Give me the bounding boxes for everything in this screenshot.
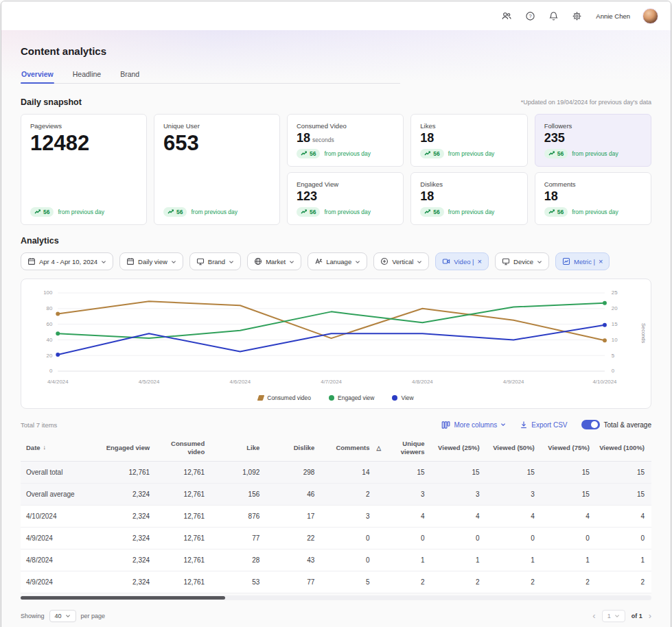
filter-chip-lanuage[interactable]: Lanuage: [308, 252, 367, 270]
data-cell: 15: [376, 461, 431, 483]
card-consumed-video: Consumed Video 18seconds 56from previous…: [287, 114, 404, 167]
close-icon[interactable]: ×: [478, 258, 482, 265]
tab-overview[interactable]: Overview: [21, 67, 54, 83]
trend-up-icon: [548, 209, 555, 215]
column-header-unique-viewers[interactable]: △Unique viewers: [376, 435, 431, 461]
column-header-date[interactable]: Date↓: [21, 435, 102, 461]
svg-text:4/5/2024: 4/5/2024: [139, 379, 160, 385]
data-cell: 46: [266, 483, 321, 505]
total-average-toggle[interactable]: [581, 420, 600, 429]
column-header-engaged-view[interactable]: Engaged view: [102, 435, 157, 461]
legend-label: Consumed video: [267, 394, 311, 401]
calendar-icon: [126, 257, 135, 265]
data-cell: 2,324: [102, 527, 157, 549]
close-icon[interactable]: ×: [599, 258, 603, 265]
column-header-viewed-25[interactable]: Viewed (25%): [432, 435, 487, 461]
page-title: Content analytics: [21, 45, 651, 57]
filter-chip-video[interactable]: Video |×: [435, 252, 489, 270]
legend-item-view[interactable]: View: [392, 394, 413, 401]
filter-label: Lanuage: [326, 258, 351, 265]
column-header-viewed-50[interactable]: Viewed (50%): [487, 435, 542, 461]
data-cell: 15: [487, 461, 542, 483]
data-cell: 2: [432, 571, 487, 593]
filter-chip-brand[interactable]: Brand: [189, 252, 241, 270]
legend-marker: [392, 395, 397, 401]
user-name[interactable]: Annie Chen: [596, 12, 630, 20]
chevron-down-icon: [65, 614, 71, 618]
legend-marker: [257, 395, 265, 401]
data-cell: 12,761: [157, 549, 211, 571]
table-row: Overall total12,76112,7611,0922981415151…: [21, 461, 651, 483]
gear-icon[interactable]: [571, 10, 582, 21]
row-label-cell: 4/9/2024: [21, 571, 102, 593]
card-label: Likes: [420, 122, 518, 130]
table-row: 4/9/20242,32412,7617722000000: [21, 527, 651, 549]
people-icon[interactable]: [501, 10, 512, 21]
filter-label: Device: [513, 258, 533, 265]
card-label: Pageviews: [30, 122, 137, 130]
tab-headline[interactable]: Headline: [72, 67, 102, 83]
column-header-comments[interactable]: Comments: [321, 435, 376, 461]
filter-chip-device[interactable]: Device: [495, 252, 549, 270]
prev-page-icon[interactable]: ‹: [592, 611, 595, 620]
data-cell: 1: [376, 549, 431, 571]
filter-chip-market[interactable]: Market: [247, 252, 301, 270]
data-cell: 2,324: [102, 483, 157, 505]
trend-badge: 56: [420, 207, 443, 217]
trend-badge: 56: [163, 207, 187, 217]
bell-icon[interactable]: [548, 10, 559, 21]
per-page-select[interactable]: 40: [49, 610, 76, 622]
filter-chip-metric[interactable]: Metric |×: [555, 252, 610, 270]
data-cell: 12,761: [102, 461, 157, 483]
chevron-down-icon: [289, 258, 294, 265]
table-row: Overall average2,32412,7611564623331515: [21, 483, 651, 505]
legend-item-engaged-view[interactable]: Engaged view: [329, 394, 374, 401]
card-value: 653: [163, 132, 270, 155]
data-cell: 2: [487, 571, 542, 593]
scrollbar-thumb[interactable]: [21, 596, 225, 600]
horizontal-scrollbar[interactable]: [21, 595, 651, 600]
data-cell: 12,761: [157, 527, 211, 549]
filter-chip-daily-view[interactable]: Daily view: [119, 252, 183, 270]
column-header-dislike[interactable]: Dislike: [266, 435, 321, 461]
svg-text:15: 15: [612, 321, 618, 327]
per-page-label: per page: [81, 613, 106, 619]
next-page-icon[interactable]: ›: [649, 611, 651, 620]
trend-up-icon: [548, 150, 555, 156]
data-cell: 4: [542, 505, 596, 527]
row-label-cell: 4/9/2024: [21, 527, 102, 549]
badge-suffix: from previous day: [191, 209, 237, 215]
filter-chip-apr-4-apr-10-2024[interactable]: Apr 4 - Apr 10, 2024: [21, 252, 113, 270]
card-dislikes: Dislikes 18 56from previous day: [410, 172, 527, 225]
svg-text:100: 100: [43, 289, 53, 296]
data-cell: 876: [211, 505, 266, 527]
chevron-down-icon: [101, 258, 106, 265]
export-csv-button[interactable]: Export CSV: [520, 421, 567, 429]
svg-text:20: 20: [612, 305, 618, 311]
legend-item-consumed-video[interactable]: Consumed video: [258, 394, 311, 401]
card-label: Unique User: [163, 122, 270, 130]
sort-desc-icon: ↓: [43, 444, 47, 451]
data-cell: 15: [542, 461, 596, 483]
column-header-consumed-video[interactable]: Consumed video: [157, 435, 211, 461]
data-cell: 0: [321, 527, 376, 549]
data-cell: 3: [487, 483, 542, 505]
calendar-icon: [27, 257, 36, 265]
data-cell: 4: [487, 505, 542, 527]
trend-up-icon: [301, 209, 308, 215]
updated-note: *Updated on 19/04/2024 for previous day'…: [521, 99, 651, 106]
page-select[interactable]: 1: [602, 610, 625, 622]
more-columns-button[interactable]: More columns: [441, 421, 506, 429]
tab-brand[interactable]: Brand: [119, 67, 140, 83]
filter-label: Video |: [454, 258, 474, 265]
monitor-icon: [502, 257, 510, 265]
filter-chip-vertical[interactable]: Vertical: [373, 252, 429, 270]
svg-text:10: 10: [612, 337, 618, 343]
help-icon[interactable]: ?: [524, 10, 535, 21]
avatar[interactable]: [642, 8, 658, 24]
column-header-viewed-100[interactable]: Viewed (100%): [596, 435, 651, 461]
column-header-like[interactable]: Like: [211, 435, 266, 461]
legend-marker: [329, 395, 334, 401]
card-value: 12482: [30, 132, 137, 155]
column-header-viewed-75[interactable]: Viewed (75%): [542, 435, 596, 461]
